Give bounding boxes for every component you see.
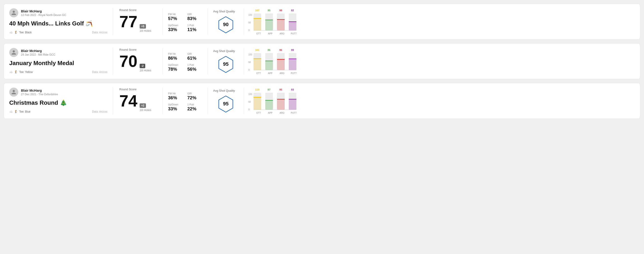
bar-fill (265, 20, 273, 30)
stat-grid: FW Hit 86% GIR 61% Up/Down 78% 1 Putt 56… (168, 52, 202, 72)
score-row: 77 +5 18 Holes (119, 13, 156, 32)
holes-label: 18 Holes (140, 69, 151, 72)
user-name: Blair McHarg (21, 49, 55, 53)
tee-info: ☁️ 🏌 Tee: Blue (9, 110, 30, 113)
gir-label: GIR (188, 13, 202, 15)
chart-section: 100 50 0 107 95 98 82 (244, 8, 635, 35)
bar-background (289, 93, 296, 110)
svg-text:95: 95 (223, 61, 228, 67)
stats-section: FW Hit 36% GIR 72% Up/Down 33% 1 Putt 22… (163, 88, 208, 114)
bar-line (265, 20, 273, 20)
bar-group: 101 (254, 53, 261, 70)
bar-label: APP (266, 72, 274, 75)
tee-info: ☁️ 🏌 Tee: Black (9, 31, 32, 34)
bar-label: APP (266, 112, 274, 114)
gir-stat: GIR 61% (188, 52, 202, 61)
score-badge: +5 (140, 24, 146, 29)
bar-background (289, 53, 296, 70)
bar-line (289, 59, 296, 59)
fw-hit-value: 57% (168, 16, 183, 21)
bar-background (277, 53, 285, 70)
stats-section: FW Hit 86% GIR 61% Up/Down 78% 1 Putt 56… (163, 48, 208, 75)
weather-icon: ☁️ (9, 110, 13, 113)
bar-value: 82 (291, 9, 294, 12)
updown-stat: Up/Down 78% (168, 64, 183, 72)
oneputt-label: 1 Putt (188, 64, 202, 66)
updown-stat: Up/Down 33% (168, 24, 183, 32)
bar-background (277, 93, 285, 110)
bar-fill (265, 61, 273, 70)
bar-line (254, 97, 261, 98)
bag-icon: 🏌 (14, 31, 18, 34)
bar-group: 99 (289, 53, 296, 70)
oneputt-stat: 1 Putt 11% (188, 24, 202, 32)
data-source: Data: Arccos (92, 70, 107, 74)
user-name: Blair McHarg (21, 89, 58, 92)
round-left: Blair McHarg 12 Feb 2022 · Royal North D… (9, 8, 113, 35)
gir-stat: GIR 72% (188, 92, 202, 101)
bar-line (289, 21, 296, 22)
oneputt-stat: 1 Putt 22% (188, 103, 202, 112)
score-badge: -2 (140, 64, 145, 68)
bar-label: ARG (278, 112, 286, 114)
tee-label: Tee: Blue (19, 110, 30, 113)
bar-fill (254, 18, 261, 30)
weather-icon: ☁️ (9, 31, 13, 34)
svg-text:95: 95 (223, 101, 228, 107)
gir-value: 72% (188, 95, 202, 101)
data-source: Data: Arccos (92, 110, 107, 113)
oneputt-stat: 1 Putt 56% (188, 64, 202, 72)
bar-background (277, 13, 285, 30)
bar-fill (277, 59, 285, 70)
bar-label: PUTT (290, 112, 298, 114)
bag-icon: 🏌 (14, 110, 18, 113)
bar-line (277, 19, 285, 20)
bar-line (254, 18, 261, 19)
avatar (9, 8, 18, 17)
updown-value: 33% (168, 27, 183, 32)
fw-hit-stat: FW Hit 36% (168, 92, 183, 101)
user-info: Blair McHarg 27 Dec 2021 · The Oxfordshi… (21, 89, 58, 96)
oneputt-value: 22% (188, 106, 202, 112)
bar-label: PUTT (290, 72, 298, 75)
updown-value: 33% (168, 106, 183, 112)
score-diff-container: -2 18 Holes (140, 64, 151, 72)
round-card: Blair McHarg 12 Feb 2022 · Royal North D… (4, 3, 640, 40)
round-footer: ☁️ 🏌 Tee: Yellow Data: Arccos (9, 70, 107, 74)
hex-container: 95 (217, 55, 235, 73)
score-row: 74 +2 18 Holes (119, 93, 156, 112)
bar-fill (254, 59, 261, 70)
fw-hit-label: FW Hit (168, 92, 183, 95)
updown-label: Up/Down (168, 24, 183, 26)
gir-value: 83% (188, 16, 202, 21)
bar-group: 95 (277, 93, 285, 110)
big-score: 70 (119, 53, 137, 69)
hex-container: 90 (217, 16, 235, 34)
avatar (9, 48, 18, 57)
bar-fill (254, 97, 261, 110)
data-source: Data: Arccos (92, 31, 107, 34)
oneputt-label: 1 Putt (188, 103, 202, 106)
bar-label: OTT (255, 32, 262, 35)
bar-value: 96 (280, 49, 282, 51)
bar-label: OTT (255, 112, 262, 114)
bar-label: ARG (278, 72, 286, 75)
bar-group: 96 (277, 53, 285, 70)
user-info: Blair McHarg 12 Feb 2022 · Royal North D… (21, 9, 66, 17)
round-score-label: Round Score (119, 88, 156, 91)
quality-section: Avg Shot Quality 90 (208, 8, 244, 35)
stats-section: FW Hit 57% GIR 83% Up/Down 33% 1 Putt 11… (163, 8, 208, 35)
bar-line (254, 58, 261, 59)
updown-label: Up/Down (168, 64, 183, 66)
bar-fill (265, 100, 273, 110)
round-title: 40 Mph Winds... Links Golf 🪃 (9, 20, 107, 27)
quality-section: Avg Shot Quality 95 (208, 88, 244, 114)
weather-icon: ☁️ (9, 70, 13, 74)
bar-group: 98 (277, 13, 285, 30)
bar-line (289, 99, 296, 100)
bar-label: OTT (255, 72, 262, 75)
bar-line (277, 59, 285, 60)
bar-fill (289, 22, 296, 30)
round-footer: ☁️ 🏌 Tee: Blue Data: Arccos (9, 110, 107, 113)
bar-fill (277, 99, 285, 110)
